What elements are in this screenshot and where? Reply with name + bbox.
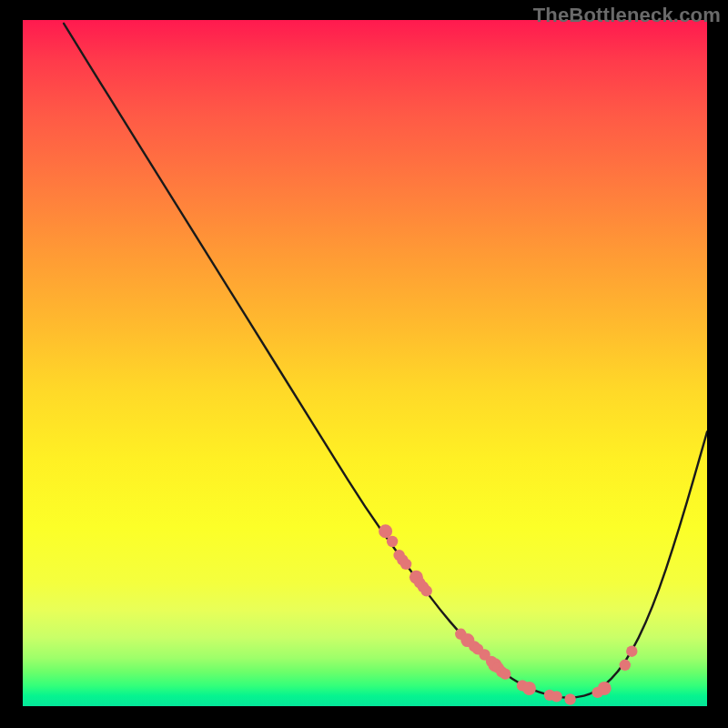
data-point [400,559,411,570]
data-point [551,691,561,702]
data-point [379,524,392,538]
data-point [598,682,612,695]
data-point [564,693,575,704]
bottleneck-curve [64,24,707,698]
data-point [421,585,432,596]
chart-stage: TheBottleneck.com [0,0,728,728]
data-point [626,646,637,657]
data-point [522,682,536,695]
attribution-label: TheBottleneck.com [533,4,721,27]
curve-points-group [379,524,637,705]
plot-area [23,20,707,706]
chart-svg [23,20,707,706]
data-point [500,668,511,679]
data-point [620,660,631,671]
data-point [387,536,398,547]
